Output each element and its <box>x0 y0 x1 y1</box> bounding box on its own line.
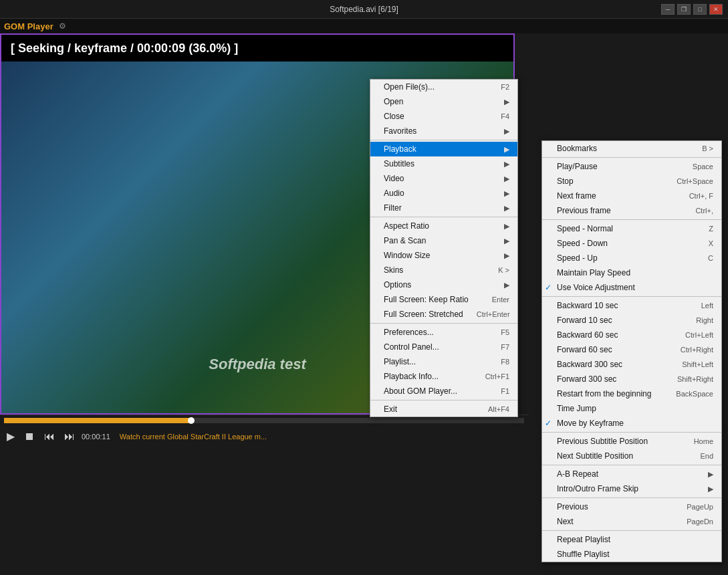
playback-menu-item-10[interactable]: Backward 10 secLeft <box>542 298 721 313</box>
window-title: Softpedia.avi [6/19] <box>330 5 398 14</box>
playback-menu-item-6[interactable]: Speed - DownX <box>542 236 721 251</box>
main-menu-item-12[interactable]: SkinsK > <box>370 263 517 277</box>
main-menu-item-3[interactable]: Favorites▶ <box>370 124 517 138</box>
main-menu-item-16[interactable]: Preferences...F5 <box>370 325 517 340</box>
playback-menu-item-8[interactable]: Maintain Play Speed <box>542 265 721 280</box>
video-watermark: Softpedia test <box>209 356 306 373</box>
progress-fill <box>4 418 191 423</box>
next-button[interactable]: ⏭ <box>62 429 78 444</box>
playback-menu-item-14[interactable]: Backward 300 secShift+Left <box>542 357 721 372</box>
menu-item-shortcut: Ctrl+F1 <box>485 372 509 380</box>
main-menu-item-18[interactable]: Playlist...F8 <box>370 354 517 369</box>
menu-item-shortcut: ▶ <box>504 145 509 154</box>
playback-menu-item-19[interactable]: Previous Subtitle PositionHome <box>542 434 721 449</box>
main-menu-item-15[interactable]: Full Screen: StretchedCtrl+Enter <box>370 307 517 322</box>
menu-item-label: Speed - Down <box>557 239 608 248</box>
menu-item-label: Backward 300 sec <box>557 360 622 369</box>
main-menu-item-5[interactable]: Subtitles▶ <box>370 156 517 171</box>
minimize-button[interactable]: ─ <box>661 4 675 15</box>
playback-menu-item-26[interactable]: Shuffle Playlist <box>542 547 721 562</box>
menu-item-shortcut: End <box>700 452 713 460</box>
playback-menu-item-7[interactable]: Speed - UpC <box>542 251 721 265</box>
restore-button[interactable]: ❐ <box>677 4 691 15</box>
menu-item-shortcut: Ctrl+Left <box>685 331 713 339</box>
playback-menu-item-5[interactable]: Speed - NormalZ <box>542 221 721 236</box>
playback-menu-item-12[interactable]: Backward 60 secCtrl+Left <box>542 328 721 342</box>
maximize-button[interactable]: □ <box>693 4 707 15</box>
close-button[interactable]: ✕ <box>709 4 723 15</box>
main-menu-item-9[interactable]: Aspect Ratio▶ <box>370 219 517 233</box>
gear-icon[interactable]: ⚙ <box>59 21 66 31</box>
playback-menu-item-1[interactable]: Play/PauseSpace <box>542 159 721 174</box>
main-menu-item-14[interactable]: Full Screen: Keep RatioEnter <box>370 292 517 307</box>
menu-item-shortcut: X <box>709 239 713 247</box>
main-menu-item-7[interactable]: Audio▶ <box>370 186 517 201</box>
playback-menu-item-20[interactable]: Next Subtitle PositionEnd <box>542 449 721 463</box>
main-menu-item-1[interactable]: Open▶ <box>370 94 517 109</box>
context-menu-playback: BookmarksB >Play/PauseSpaceStopCtrl+Spac… <box>541 140 722 562</box>
main-menu-item-8[interactable]: Filter▶ <box>370 201 517 215</box>
menu-item-shortcut: ▶ <box>504 127 509 136</box>
menu-item-shortcut: ▶ <box>504 98 509 106</box>
playback-menu-item-11[interactable]: Forward 10 secRight <box>542 313 721 328</box>
menu-item-inner: Backward 300 sec <box>545 360 669 369</box>
menu-item-label: Forward 10 sec <box>557 316 612 325</box>
progress-bar[interactable] <box>4 418 524 423</box>
menu-item-shortcut: Ctrl+Right <box>681 346 713 354</box>
playback-menu-item-16[interactable]: Restart from the beginningBackSpace <box>542 386 721 401</box>
menu-item-label: Preferences... <box>384 328 434 337</box>
main-menu-item-13[interactable]: Options▶ <box>370 277 517 292</box>
playback-menu-item-13[interactable]: Forward 60 secCtrl+Right <box>542 342 721 357</box>
menu-item-shortcut: Space <box>693 162 713 170</box>
playback-menu-item-0[interactable]: BookmarksB > <box>542 141 721 156</box>
app-header: GOM Player ⚙ <box>0 19 728 33</box>
main-menu-item-2[interactable]: CloseF4 <box>370 109 517 124</box>
menu-item-label: Filter <box>384 203 402 213</box>
main-menu-item-10[interactable]: Pan & Scan▶ <box>370 233 517 248</box>
menu-item-label: Aspect Ratio <box>384 221 429 231</box>
menu-separator <box>370 400 517 400</box>
playback-menu-item-24[interactable]: NextPageDn <box>542 514 721 529</box>
context-menu-main: Open File(s)...F2Open▶CloseF4Favorites▶P… <box>370 79 518 417</box>
menu-item-inner: Intro/Outro Frame Skip <box>545 484 695 493</box>
menu-item-label: Favorites <box>384 126 416 136</box>
menu-item-label: Previous Subtitle Position <box>557 437 648 446</box>
menu-item-label: Full Screen: Stretched <box>384 310 463 319</box>
stop-button[interactable]: ⏹ <box>21 429 37 444</box>
main-menu-item-19[interactable]: Playback Info...Ctrl+F1 <box>370 369 517 384</box>
menu-item-shortcut: ▶ <box>708 485 713 493</box>
playback-menu-item-18[interactable]: ✓Move by Keyframe <box>542 416 721 431</box>
menu-item-inner: Repeat Playlist <box>545 535 700 544</box>
progress-thumb[interactable] <box>188 417 195 424</box>
main-menu-item-4[interactable]: Playback▶ <box>370 142 517 156</box>
playback-menu-item-23[interactable]: PreviousPageUp <box>542 499 721 514</box>
main-menu-item-6[interactable]: Video▶ <box>370 171 517 186</box>
main-menu-item-17[interactable]: Control Panel...F7 <box>370 340 517 354</box>
playback-menu-item-9[interactable]: ✓Use Voice Adjustment <box>542 280 721 295</box>
titlebar-controls[interactable]: ─ ❐ □ ✕ <box>661 4 723 15</box>
menu-item-shortcut: F7 <box>501 343 509 351</box>
main-menu-item-21[interactable]: ExitAlt+F4 <box>370 402 517 417</box>
menu-item-label: Playlist... <box>384 357 416 366</box>
menu-item-shortcut: F5 <box>501 328 509 336</box>
playback-menu-item-25[interactable]: Repeat Playlist <box>542 532 721 547</box>
main-menu-item-20[interactable]: About GOM Player...F1 <box>370 384 517 398</box>
playback-menu-item-3[interactable]: Next frameCtrl+, F <box>542 189 721 203</box>
playback-menu-item-17[interactable]: Time Jump <box>542 401 721 416</box>
playback-menu-item-21[interactable]: A-B Repeat▶ <box>542 467 721 481</box>
menu-item-inner: ✓Move by Keyframe <box>545 419 700 428</box>
menu-item-label: Window Size <box>384 251 430 260</box>
main-menu-item-0[interactable]: Open File(s)...F2 <box>370 80 517 94</box>
menu-item-label: A-B Repeat <box>557 469 598 479</box>
play-button[interactable]: ▶ <box>4 429 17 444</box>
playback-menu-item-2[interactable]: StopCtrl+Space <box>542 174 721 189</box>
main-menu-item-11[interactable]: Window Size▶ <box>370 248 517 263</box>
playback-menu-item-15[interactable]: Forward 300 secShift+Right <box>542 372 721 386</box>
prev-button[interactable]: ⏮ <box>41 429 57 444</box>
menu-item-inner: Previous frame <box>545 206 682 215</box>
menu-separator <box>542 432 721 433</box>
playback-menu-item-22[interactable]: Intro/Outro Frame Skip▶ <box>542 481 721 496</box>
menu-item-label: Control Panel... <box>384 342 439 352</box>
playback-menu-item-4[interactable]: Previous frameCtrl+, <box>542 203 721 218</box>
menu-item-shortcut: B > <box>702 144 713 152</box>
